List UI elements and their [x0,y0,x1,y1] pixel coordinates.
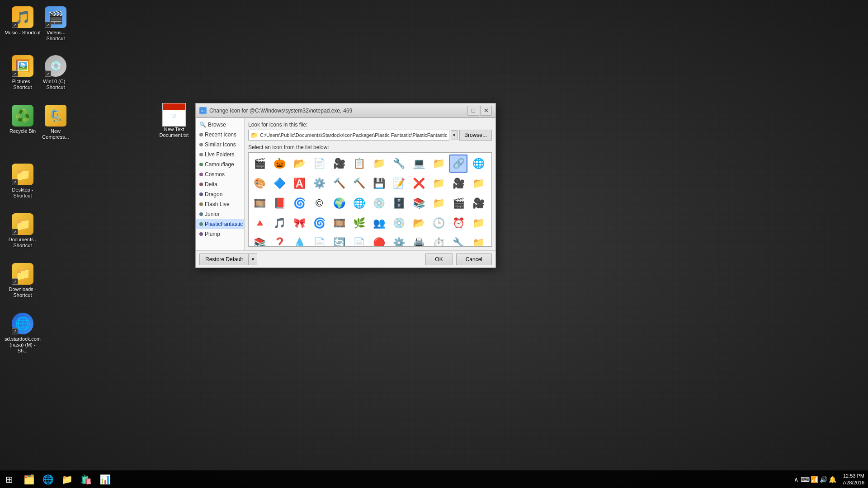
grid-icon-27[interactable]: 📕 [270,194,288,212]
sidebar-item-similar-icons[interactable]: Similar Icons [196,140,244,150]
grid-icon-41[interactable]: 🎀 [290,214,308,232]
grid-icon-52[interactable]: 📚 [250,234,269,247]
grid-icon-38[interactable]: 📁 [489,194,491,212]
grid-icon-45[interactable]: 👥 [370,214,388,232]
restore-dropdown-arrow[interactable]: ▼ [248,253,257,265]
taskbar-edge[interactable]: 🌐 [39,471,57,488]
taskbar-app5[interactable]: 📊 [96,471,114,488]
sidebar-item-plastic-fantastic[interactable]: PlasticFantastic [196,219,244,229]
grid-icon-42[interactable]: 🌀 [310,214,328,232]
start-button[interactable]: ⊞ [0,470,18,488]
grid-icon-11[interactable]: 🌐 [469,155,487,173]
grid-icon-4[interactable]: 🎥 [330,155,348,173]
grid-icon-56[interactable]: 🔄 [330,234,348,247]
grid-icon-6[interactable]: 📁 [370,155,388,173]
sidebar-item-live-folders[interactable]: Live Folders [196,150,244,160]
grid-icon-18[interactable]: 🔨 [350,174,368,192]
grid-icon-30[interactable]: 🌍 [330,194,348,212]
taskbar-clock[interactable]: 12:53 PM 7/28/2016 [842,473,864,486]
grid-icon-26[interactable]: 🎞️ [250,194,269,212]
win10-shortcut-icon[interactable]: 💿 ↗ Win10 (C) -Shortcut [35,53,76,92]
grid-icon-12[interactable]: 🎞️ [489,155,491,173]
tray-notifications-icon[interactable]: 🔔 [829,476,836,483]
grid-icon-62[interactable]: 🔧 [449,234,467,247]
grid-icon-44[interactable]: 🌿 [350,214,368,232]
sidebar-item-camouflage[interactable]: Camouflage [196,160,244,169]
tray-expand-icon[interactable]: ∧ [793,476,800,483]
grid-icon-15[interactable]: 🅰️ [290,174,308,192]
desktop-shortcut-icon[interactable]: 📁 ↗ Desktop -Shortcut [2,162,43,201]
sidebar-item-flash-live[interactable]: Flash Live [196,199,244,209]
sidebar-item-recent-icons[interactable]: Recent Icons [196,130,244,140]
grid-icon-54[interactable]: 💧 [290,234,308,247]
grid-icon-0[interactable]: 🎬 [250,155,269,173]
grid-icon-43[interactable]: 🎞️ [330,214,348,232]
downloads-shortcut-icon[interactable]: 📁 ↗ Downloads -Shortcut [2,261,43,300]
grid-icon-28[interactable]: 🌀 [290,194,308,212]
grid-icon-17[interactable]: 🔨 [330,174,348,192]
grid-icon-14[interactable]: 🔷 [270,174,288,192]
taskbar-explorer[interactable]: 📁 [58,471,76,488]
tray-volume-icon[interactable]: 🔊 [820,476,827,483]
grid-icon-37[interactable]: 🎥 [469,194,487,212]
grid-icon-1[interactable]: 🎃 [270,155,288,173]
taskbar-store[interactable]: 🛍️ [77,471,95,488]
new-text-document-icon[interactable]: 📄 New TextDocument.txt [156,103,192,138]
stardock-icon[interactable]: 🌐 ↗ sd.stardock.com(nasa) (M) - Sh... [2,311,43,356]
grid-icon-33[interactable]: 🗄️ [390,194,408,212]
grid-icon-24[interactable]: 📁 [469,174,487,192]
grid-icon-7[interactable]: 🔧 [390,155,408,173]
sidebar-item-junior[interactable]: Junior [196,209,244,219]
grid-icon-55[interactable]: 📄 [310,234,328,247]
grid-icon-46[interactable]: 💿 [390,214,408,232]
sidebar-item-browse[interactable]: 🔍 Browse [196,120,244,130]
grid-icon-3[interactable]: 📄 [310,155,328,173]
restore-default-button[interactable]: Restore Default [199,253,248,265]
videos-shortcut-icon[interactable]: 🎬 ↗ Videos -Shortcut [35,5,76,43]
dialog-close-btn[interactable]: ✕ [480,106,492,116]
path-input[interactable] [260,132,447,138]
grid-icon-47[interactable]: 📂 [410,214,428,232]
grid-icon-23[interactable]: 🎥 [449,174,467,192]
grid-icon-19[interactable]: 💾 [370,174,388,192]
ok-button[interactable]: OK [425,253,452,265]
grid-icon-13[interactable]: 🎨 [250,174,269,192]
grid-icon-34[interactable]: 📚 [410,194,428,212]
grid-icon-16[interactable]: ⚙️ [310,174,328,192]
grid-icon-60[interactable]: 🖨️ [410,234,428,247]
browse-button[interactable]: Browse... [459,130,492,141]
tray-keyboard-icon[interactable]: ⌨ [802,476,809,483]
grid-icon-51[interactable]: 📁 [489,214,491,232]
grid-icon-61[interactable]: ⏱️ [429,234,448,247]
grid-icon-50[interactable]: 📁 [469,214,487,232]
grid-icon-2[interactable]: 📂 [290,155,308,173]
grid-icon-20[interactable]: 📝 [390,174,408,192]
sidebar-item-dragon[interactable]: Dragon [196,189,244,199]
sidebar-item-delta[interactable]: Delta [196,179,244,189]
grid-icon-10[interactable]: 🔗 [449,155,467,173]
cancel-button[interactable]: Cancel [456,253,492,265]
tray-network-icon[interactable]: 📶 [811,476,818,483]
grid-icon-49[interactable]: ⏰ [449,214,467,232]
grid-icon-58[interactable]: 🔴 [370,234,388,247]
grid-icon-29[interactable]: ©️ [310,194,328,212]
grid-icon-32[interactable]: 💿 [370,194,388,212]
path-dropdown-arrow[interactable]: ▼ [451,130,458,140]
grid-icon-39[interactable]: 🔺 [250,214,269,232]
documents-shortcut-icon[interactable]: 📁 ↗ Documents -Shortcut [2,211,43,250]
grid-icon-48[interactable]: 🕒 [429,214,448,232]
grid-icon-21[interactable]: ❌ [410,174,428,192]
grid-icon-59[interactable]: ⚙️ [390,234,408,247]
grid-icon-40[interactable]: 🎵 [270,214,288,232]
new-compressed-icon[interactable]: 🗜️ New Compress... [35,103,76,142]
grid-icon-64[interactable]: 📁 [489,234,491,247]
grid-icon-9[interactable]: 📁 [429,155,448,173]
grid-icon-31[interactable]: 🌐 [350,194,368,212]
grid-icon-53[interactable]: ❓ [270,234,288,247]
grid-icon-36[interactable]: 🎬 [449,194,467,212]
grid-icon-35[interactable]: 📁 [429,194,448,212]
taskbar-task-view[interactable]: 🗂️ [20,471,38,488]
sidebar-item-plump[interactable]: Plump [196,229,244,239]
dialog-maximize-btn[interactable]: □ [467,106,479,116]
grid-icon-5[interactable]: 📋 [350,155,368,173]
